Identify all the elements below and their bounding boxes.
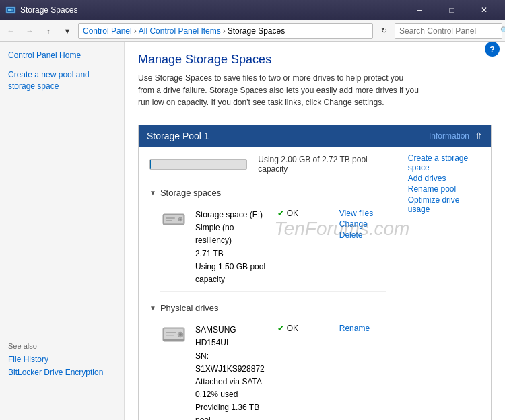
- space-usage: Using 1.50 GB pool capacity: [195, 260, 269, 286]
- window-title: Storage Spaces: [20, 5, 404, 15]
- drive1-actions: Rename: [339, 324, 386, 333]
- svg-rect-4: [11, 11, 13, 12]
- space-name: Storage space (E:): [195, 209, 269, 221]
- usage-bar-fill: [150, 160, 151, 169]
- physical-drives-content: SAMSUNG HD154UI SN: S1XWJ1KS928872 Attac…: [139, 318, 397, 420]
- recent-button[interactable]: ▼: [59, 23, 75, 39]
- back-button[interactable]: ←: [3, 23, 19, 39]
- drive1-details: SAMSUNG HD154UI SN: S1XWJ1KS928872 Attac…: [195, 324, 269, 420]
- svg-rect-3: [11, 9, 13, 10]
- storage-spaces-heading: Storage spaces: [160, 188, 221, 198]
- ok-icon: ✔: [277, 209, 284, 218]
- optimize-link[interactable]: Optimize drive usage: [408, 195, 480, 214]
- create-space-link[interactable]: Create a storage space: [408, 153, 480, 172]
- help-button[interactable]: ?: [485, 42, 500, 57]
- drive1-sn: SN: S1XWJ1KS928872: [195, 350, 269, 376]
- breadcrumb-current: Storage Spaces: [228, 26, 285, 36]
- storage-spaces-content: Storage space (E:) Simple (no resiliency…: [139, 203, 397, 298]
- usage-bar-container: [149, 159, 247, 170]
- change-space-link[interactable]: Change: [339, 219, 386, 229]
- titlebar: Storage Spaces – □ ✕: [0, 0, 505, 20]
- drive1-used: 0.12% used: [195, 388, 269, 401]
- usage-text: Using 2.00 GB of 2.72 TB pool capacity: [258, 155, 386, 174]
- svg-rect-10: [166, 220, 172, 221]
- svg-point-14: [179, 333, 182, 336]
- main-layout: Control Panel Home Create a new pool and…: [0, 42, 505, 420]
- physical-drives-toggle[interactable]: ▼ Physical drives: [139, 298, 397, 318]
- svg-rect-2: [8, 9, 11, 11]
- svg-rect-17: [163, 339, 184, 341]
- pool-header: Storage Pool 1 Information ⇧: [139, 125, 491, 147]
- drive-icon-1: [160, 324, 187, 345]
- refresh-button[interactable]: ↻: [376, 23, 392, 39]
- drive1-ok-icon: ✔: [277, 324, 284, 333]
- storage-space-item: Storage space (E:) Simple (no resiliency…: [160, 203, 386, 292]
- delete-space-link[interactable]: Delete: [339, 230, 386, 240]
- space-status: ✔ OK: [277, 209, 331, 218]
- drive1-providing: Providing 1.36 TB pool: [195, 401, 269, 420]
- drive-item-1: SAMSUNG HD154UI SN: S1XWJ1KS928872 Attac…: [160, 318, 386, 420]
- rename-pool-link[interactable]: Rename pool: [408, 184, 480, 194]
- svg-rect-9: [166, 217, 175, 219]
- svg-rect-15: [166, 332, 176, 333]
- drive1-connection: Attached via SATA: [195, 376, 269, 388]
- app-icon: [5, 5, 16, 15]
- page-title: Manage Storage Spaces: [138, 53, 492, 67]
- sidebar-item-bitlocker[interactable]: BitLocker Drive Encryption: [8, 367, 116, 378]
- view-files-link[interactable]: View files: [339, 209, 386, 218]
- rename-drive1-link[interactable]: Rename: [339, 324, 386, 333]
- physical-drives-heading: Physical drives: [160, 303, 219, 313]
- add-drives-link[interactable]: Add drives: [408, 174, 480, 183]
- usage-bar-track: [149, 159, 247, 170]
- breadcrumb-control-panel[interactable]: Control Panel: [83, 26, 132, 36]
- space-type: Simple (no resiliency): [195, 221, 269, 247]
- pool-container: Storage Pool 1 Information ⇧: [138, 125, 492, 420]
- minimize-button[interactable]: –: [404, 0, 435, 20]
- pool-body: Using 2.00 GB of 2.72 TB pool capacity ▼…: [139, 147, 491, 420]
- search-icon: 🔍: [500, 26, 505, 35]
- svg-point-8: [180, 219, 182, 221]
- drive1-status-text: OK: [287, 324, 298, 333]
- window-controls: – □ ✕: [404, 0, 500, 20]
- intro-text: Use Storage Spaces to save files to two …: [138, 72, 421, 108]
- breadcrumb: Control Panel › All Control Panel Items …: [78, 23, 373, 39]
- up-button[interactable]: ↑: [40, 23, 57, 39]
- maximize-button[interactable]: □: [436, 0, 467, 20]
- drive1-name: SAMSUNG HD154UI: [195, 324, 269, 349]
- pool-actions: Create a storage space Add drives Rename…: [397, 147, 491, 420]
- sidebar-item-file-history[interactable]: File History: [8, 354, 116, 365]
- sidebar-item-create[interactable]: Create a new pool and storage space: [8, 69, 116, 92]
- close-button[interactable]: ✕: [469, 0, 500, 20]
- pool-usage-row: Using 2.00 GB of 2.72 TB pool capacity: [139, 147, 397, 182]
- address-bar: ← → ↑ ▼ Control Panel › All Control Pane…: [0, 20, 505, 42]
- pool-name: Storage Pool 1: [147, 131, 209, 141]
- toggle-arrow-drives: ▼: [149, 304, 156, 312]
- drive1-status: ✔ OK: [277, 324, 331, 333]
- forward-button[interactable]: →: [22, 23, 38, 39]
- sidebar-nav: Control Panel Home Create a new pool and…: [0, 50, 124, 92]
- pool-info-link[interactable]: Information: [429, 131, 469, 141]
- header-section: ⚙ Change settings Manage Storage Spaces …: [138, 53, 492, 119]
- sidebar: Control Panel Home Create a new pool and…: [0, 42, 125, 420]
- space-actions: View files Change Delete: [339, 209, 386, 240]
- search-bar: 🔍: [395, 23, 502, 39]
- storage-space-icon: [160, 209, 187, 230]
- storage-spaces-toggle[interactable]: ▼ Storage spaces: [139, 182, 397, 203]
- breadcrumb-all-items[interactable]: All Control Panel Items: [139, 26, 221, 36]
- space-details: Storage space (E:) Simple (no resiliency…: [195, 209, 269, 286]
- sidebar-item-home[interactable]: Control Panel Home: [8, 50, 116, 61]
- search-input[interactable]: [399, 26, 500, 36]
- pool-collapse-button[interactable]: ⇧: [475, 131, 483, 141]
- space-size: 2.71 TB: [195, 248, 269, 260]
- content-area: TenForums.com ⚙ Change settings Manage S…: [125, 42, 505, 420]
- space-status-text: OK: [287, 209, 298, 218]
- see-also-heading: See also: [8, 342, 116, 350]
- svg-rect-16: [166, 335, 174, 336]
- toggle-arrow-spaces: ▼: [149, 189, 156, 197]
